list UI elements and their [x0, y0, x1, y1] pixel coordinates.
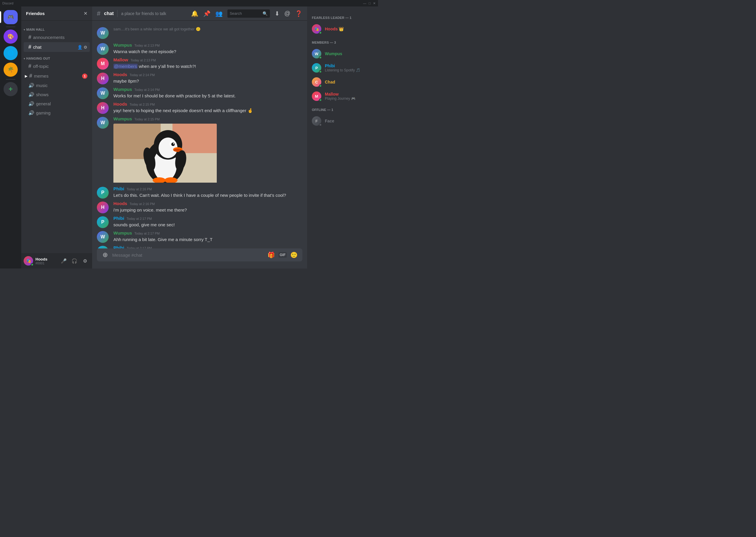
help-icon[interactable]: ❓: [295, 10, 302, 17]
headset-button[interactable]: 🎧: [70, 256, 79, 266]
avatar: F: [312, 116, 321, 126]
author-name[interactable]: Hoods: [113, 102, 127, 106]
channel-item-off-topic[interactable]: # off-topic: [23, 62, 90, 71]
svg-point-6: [158, 138, 177, 158]
category-hanging-out[interactable]: ▾ HANGING OUT: [21, 52, 92, 62]
voice-channel-icon: 🔊: [28, 83, 34, 88]
search-bar[interactable]: Search 🔍: [227, 10, 270, 18]
avatar[interactable]: 🎭: [23, 256, 33, 266]
timestamp: Today at 2:17 PM: [134, 231, 160, 235]
author-name[interactable]: Wumpus: [113, 87, 132, 92]
gift-icon[interactable]: 🎁: [268, 251, 275, 259]
avatar[interactable]: H: [97, 73, 109, 84]
author-name[interactable]: Hoods: [113, 201, 127, 206]
at-icon[interactable]: @: [285, 10, 290, 17]
author-name[interactable]: Phibi: [113, 186, 124, 191]
list-item: H Hoods Today at 2:16 PM i'm jumping on …: [92, 200, 307, 215]
voice-channel-icon-2: 🔊: [28, 92, 34, 97]
emoji-button[interactable]: 🙂: [290, 251, 298, 259]
avatar[interactable]: P: [97, 187, 109, 199]
avatar: P: [312, 63, 321, 73]
member-item-chad[interactable]: C Chad: [309, 75, 376, 89]
user-settings-button[interactable]: ⚙: [80, 256, 90, 266]
server-icon-purple[interactable]: 🎨: [4, 29, 18, 44]
channel-name-shows: shows: [36, 92, 87, 97]
members-category-members: MEMBERS — 3: [309, 36, 376, 47]
memes-badge: 1: [82, 73, 87, 79]
message-header: Wumpus Today at 2:13 PM: [113, 42, 302, 48]
category-arrow-icon: ▾: [23, 28, 25, 31]
message-header: Wumpus Today at 2:14 PM: [113, 87, 302, 92]
purple-server-icon: 🎨: [7, 33, 14, 40]
member-item-wumpus[interactable]: W Wumpus: [309, 47, 376, 61]
avatar[interactable]: P: [97, 246, 109, 248]
avatar[interactable]: H: [97, 201, 109, 213]
window-controls[interactable]: — □ ✕: [363, 1, 376, 5]
user-discriminator: #0001: [35, 262, 57, 265]
member-item-face[interactable]: F Face: [309, 114, 376, 128]
add-member-icon[interactable]: 👤: [77, 45, 82, 50]
mention[interactable]: @members: [113, 64, 138, 69]
message-text: Let's do this. Can't wait. Also I think …: [113, 192, 302, 199]
list-item: P Phibi Today at 2:17 PM 👍: [92, 244, 307, 248]
message-input[interactable]: [112, 253, 264, 258]
maximize-btn[interactable]: □: [369, 1, 371, 5]
list-item: P Phibi Today at 2:17 PM sounds good, gi…: [92, 215, 307, 229]
avatar[interactable]: P: [97, 216, 109, 228]
category-name-main-hall: MAIN HALL: [26, 28, 45, 31]
members-icon[interactable]: 👥: [215, 10, 223, 17]
channel-header-name: chat: [104, 11, 114, 16]
microphone-button[interactable]: 🎤: [59, 256, 68, 266]
member-item-hoods[interactable]: 🎭 Hoods 👑: [309, 22, 376, 36]
bell-icon[interactable]: 🔔: [191, 10, 199, 17]
download-icon[interactable]: ⬇: [275, 10, 280, 17]
svg-point-8: [171, 143, 175, 146]
server-header[interactable]: Friendos ✕: [21, 7, 92, 21]
list-item: M Mallow Today at 2:13 PM @members when …: [92, 56, 307, 71]
channel-item-announcements[interactable]: # announcements: [23, 32, 90, 42]
author-name[interactable]: Wumpus: [113, 116, 132, 121]
avatar[interactable]: H: [97, 102, 109, 114]
channel-item-memes[interactable]: ▶ # memes 1: [23, 71, 90, 81]
settings-icon[interactable]: ⚙: [84, 45, 87, 50]
channel-name-announcements: announcements: [33, 35, 87, 40]
server-icon-discord-home[interactable]: 🎮: [4, 10, 18, 24]
main-content: # chat a place for friends to talk 🔔 📌 👥…: [92, 7, 307, 268]
channel-name-music: music: [36, 83, 87, 88]
author-name[interactable]: Hoods: [113, 72, 127, 77]
list-item: H Hoods Today at 2:14 PM maybe 8pm?: [92, 71, 307, 86]
minimize-btn[interactable]: —: [363, 1, 366, 5]
channel-item-chat[interactable]: # chat 👤 ⚙: [23, 42, 90, 52]
member-item-phibi[interactable]: P Phibi Listening to Spotify 🎵: [309, 61, 376, 75]
avatar[interactable]: M: [97, 58, 109, 70]
author-name[interactable]: Wumpus: [113, 230, 132, 235]
member-item-mallow[interactable]: M Mallow Playing Journey 🎮: [309, 89, 376, 103]
channel-header: # chat a place for friends to talk 🔔 📌 👥…: [92, 7, 307, 21]
add-server-button[interactable]: +: [4, 82, 18, 96]
gif-button[interactable]: GIF: [279, 252, 287, 258]
search-placeholder: Search: [230, 11, 261, 16]
add-attachment-button[interactable]: ⊕: [102, 251, 109, 259]
channel-item-music[interactable]: 🔊 music: [23, 81, 90, 90]
channel-item-general[interactable]: 🔊 general: [23, 99, 90, 108]
author-name[interactable]: Phibi: [113, 216, 124, 221]
list-item: W Wumpus Today at 2:13 PM Wanna watch th…: [92, 41, 307, 56]
pin-icon[interactable]: 📌: [203, 10, 210, 17]
avatar: C: [312, 77, 321, 87]
author-name[interactable]: Wumpus: [113, 42, 132, 48]
server-icon-blue[interactable]: 🌐: [4, 46, 18, 60]
channel-item-gaming[interactable]: 🔊 gaming: [23, 108, 90, 117]
avatar[interactable]: W: [97, 231, 109, 243]
avatar[interactable]: W: [97, 117, 109, 129]
category-main-hall[interactable]: ▾ MAIN HALL: [21, 23, 92, 32]
channel-item-shows[interactable]: 🔊 shows: [23, 90, 90, 99]
close-btn[interactable]: ✕: [373, 1, 376, 5]
timestamp: Today at 2:17 PM: [127, 217, 152, 221]
server-icon-beach[interactable]: 🌴: [4, 62, 18, 77]
member-avatar-icon: W: [315, 52, 318, 56]
author-name[interactable]: Phibi: [113, 245, 124, 248]
author-name[interactable]: Mallow: [113, 57, 128, 62]
avatar[interactable]: W: [97, 43, 109, 55]
message-text: Wanna watch the next episode?: [113, 49, 302, 55]
avatar[interactable]: W: [97, 87, 109, 99]
